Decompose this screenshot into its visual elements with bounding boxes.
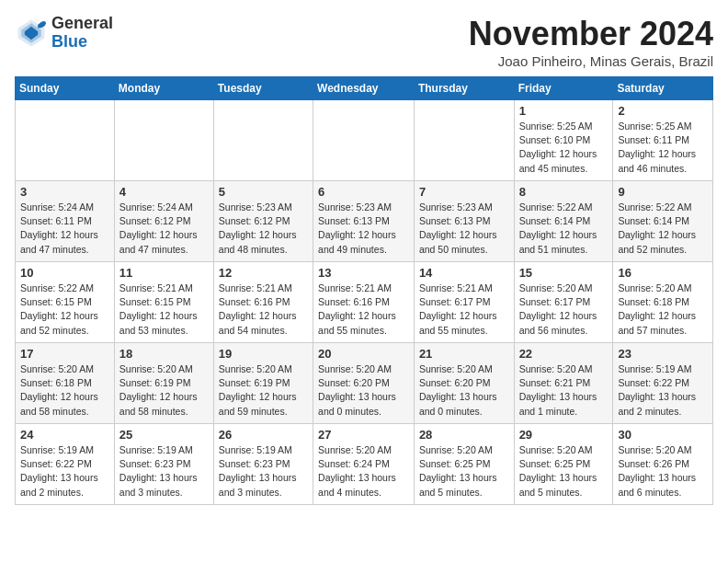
logo-text: General Blue: [51, 15, 113, 52]
day-number: 8: [519, 185, 609, 199]
day-info: Sunrise: 5:24 AM Sunset: 6:12 PM Dayligh…: [119, 201, 209, 257]
day-info: Sunrise: 5:20 AM Sunset: 6:18 PM Dayligh…: [618, 282, 708, 338]
day-info: Sunrise: 5:20 AM Sunset: 6:17 PM Dayligh…: [519, 282, 609, 338]
calendar-week-row: 10Sunrise: 5:22 AM Sunset: 6:15 PM Dayli…: [16, 262, 713, 343]
day-info: Sunrise: 5:22 AM Sunset: 6:15 PM Dayligh…: [20, 282, 109, 338]
logo-general: General: [51, 15, 113, 33]
day-info: Sunrise: 5:21 AM Sunset: 6:16 PM Dayligh…: [219, 282, 308, 338]
day-number: 11: [119, 266, 209, 280]
calendar-day-cell: [313, 100, 415, 181]
calendar-day-cell: 15Sunrise: 5:20 AM Sunset: 6:17 PM Dayli…: [514, 262, 613, 343]
day-info: Sunrise: 5:20 AM Sunset: 6:25 PM Dayligh…: [419, 443, 509, 500]
day-info: Sunrise: 5:20 AM Sunset: 6:24 PM Dayligh…: [318, 443, 409, 500]
day-number: 9: [618, 185, 708, 199]
day-number: 27: [318, 428, 409, 442]
weekday-header-cell: Thursday: [414, 77, 514, 100]
day-info: Sunrise: 5:19 AM Sunset: 6:22 PM Dayligh…: [20, 443, 109, 500]
day-number: 18: [119, 347, 209, 361]
day-info: Sunrise: 5:25 AM Sunset: 6:10 PM Dayligh…: [519, 120, 609, 176]
calendar-day-cell: 12Sunrise: 5:21 AM Sunset: 6:16 PM Dayli…: [213, 262, 313, 343]
calendar-week-row: 24Sunrise: 5:19 AM Sunset: 6:22 PM Dayli…: [16, 424, 713, 505]
calendar-day-cell: 29Sunrise: 5:20 AM Sunset: 6:25 PM Dayli…: [514, 424, 613, 505]
calendar-body: 1Sunrise: 5:25 AM Sunset: 6:10 PM Daylig…: [16, 100, 713, 505]
day-info: Sunrise: 5:23 AM Sunset: 6:13 PM Dayligh…: [318, 201, 409, 257]
weekday-header-row: SundayMondayTuesdayWednesdayThursdayFrid…: [16, 77, 713, 100]
location: Joao Pinheiro, Minas Gerais, Brazil: [469, 53, 713, 69]
calendar-day-cell: 10Sunrise: 5:22 AM Sunset: 6:15 PM Dayli…: [16, 262, 115, 343]
title-block: November 2024 Joao Pinheiro, Minas Gerai…: [469, 15, 713, 69]
calendar-day-cell: 18Sunrise: 5:20 AM Sunset: 6:19 PM Dayli…: [114, 343, 213, 424]
day-info: Sunrise: 5:19 AM Sunset: 6:23 PM Dayligh…: [219, 443, 308, 500]
day-info: Sunrise: 5:21 AM Sunset: 6:16 PM Dayligh…: [318, 282, 409, 338]
day-number: 3: [20, 185, 109, 199]
day-info: Sunrise: 5:20 AM Sunset: 6:18 PM Dayligh…: [20, 362, 109, 419]
calendar-day-cell: 21Sunrise: 5:20 AM Sunset: 6:20 PM Dayli…: [414, 343, 514, 424]
calendar-day-cell: 27Sunrise: 5:20 AM Sunset: 6:24 PM Dayli…: [313, 424, 415, 505]
day-number: 6: [318, 185, 409, 199]
calendar-day-cell: 24Sunrise: 5:19 AM Sunset: 6:22 PM Dayli…: [16, 424, 115, 505]
calendar-day-cell: 20Sunrise: 5:20 AM Sunset: 6:20 PM Dayli…: [313, 343, 415, 424]
calendar-day-cell: 13Sunrise: 5:21 AM Sunset: 6:16 PM Dayli…: [313, 262, 415, 343]
day-info: Sunrise: 5:21 AM Sunset: 6:17 PM Dayligh…: [419, 282, 509, 338]
day-number: 2: [618, 104, 708, 118]
calendar-day-cell: 28Sunrise: 5:20 AM Sunset: 6:25 PM Dayli…: [414, 424, 514, 505]
calendar-day-cell: 7Sunrise: 5:23 AM Sunset: 6:13 PM Daylig…: [414, 181, 514, 262]
weekday-header-cell: Wednesday: [313, 77, 415, 100]
calendar-day-cell: 4Sunrise: 5:24 AM Sunset: 6:12 PM Daylig…: [114, 181, 213, 262]
day-info: Sunrise: 5:20 AM Sunset: 6:19 PM Dayligh…: [219, 362, 308, 419]
day-info: Sunrise: 5:20 AM Sunset: 6:21 PM Dayligh…: [519, 362, 609, 419]
calendar-day-cell: 17Sunrise: 5:20 AM Sunset: 6:18 PM Dayli…: [16, 343, 115, 424]
day-info: Sunrise: 5:19 AM Sunset: 6:22 PM Dayligh…: [618, 362, 708, 419]
weekday-header-cell: Monday: [114, 77, 213, 100]
day-number: 17: [20, 347, 109, 361]
day-number: 25: [119, 428, 209, 442]
day-info: Sunrise: 5:25 AM Sunset: 6:11 PM Dayligh…: [618, 120, 708, 176]
calendar-day-cell: 5Sunrise: 5:23 AM Sunset: 6:12 PM Daylig…: [213, 181, 313, 262]
day-info: Sunrise: 5:22 AM Sunset: 6:14 PM Dayligh…: [618, 201, 708, 257]
day-number: 23: [618, 347, 708, 361]
calendar-day-cell: 14Sunrise: 5:21 AM Sunset: 6:17 PM Dayli…: [414, 262, 514, 343]
day-info: Sunrise: 5:20 AM Sunset: 6:19 PM Dayligh…: [119, 362, 209, 419]
day-number: 10: [20, 266, 109, 280]
day-number: 24: [20, 428, 109, 442]
weekday-header-cell: Saturday: [613, 77, 713, 100]
day-info: Sunrise: 5:23 AM Sunset: 6:12 PM Dayligh…: [219, 201, 308, 257]
calendar-day-cell: 1Sunrise: 5:25 AM Sunset: 6:10 PM Daylig…: [514, 100, 613, 181]
calendar-day-cell: 19Sunrise: 5:20 AM Sunset: 6:19 PM Dayli…: [213, 343, 313, 424]
day-number: 12: [219, 266, 308, 280]
page-header: General Blue November 2024 Joao Pinheiro…: [15, 15, 713, 69]
calendar-day-cell: 16Sunrise: 5:20 AM Sunset: 6:18 PM Dayli…: [613, 262, 713, 343]
day-number: 20: [318, 347, 409, 361]
calendar-day-cell: 25Sunrise: 5:19 AM Sunset: 6:23 PM Dayli…: [114, 424, 213, 505]
weekday-header-cell: Friday: [514, 77, 613, 100]
day-number: 4: [119, 185, 209, 199]
logo-blue: Blue: [51, 33, 113, 52]
day-number: 26: [219, 428, 308, 442]
day-info: Sunrise: 5:24 AM Sunset: 6:11 PM Dayligh…: [20, 201, 109, 257]
day-info: Sunrise: 5:19 AM Sunset: 6:23 PM Dayligh…: [119, 443, 209, 500]
day-number: 5: [219, 185, 308, 199]
weekday-header-cell: Sunday: [16, 77, 115, 100]
day-number: 14: [419, 266, 509, 280]
calendar-day-cell: [114, 100, 213, 181]
day-info: Sunrise: 5:22 AM Sunset: 6:14 PM Dayligh…: [519, 201, 609, 257]
weekday-header-cell: Tuesday: [213, 77, 313, 100]
day-number: 19: [219, 347, 308, 361]
calendar-day-cell: 3Sunrise: 5:24 AM Sunset: 6:11 PM Daylig…: [16, 181, 115, 262]
calendar-day-cell: 2Sunrise: 5:25 AM Sunset: 6:11 PM Daylig…: [613, 100, 713, 181]
day-number: 16: [618, 266, 708, 280]
day-number: 29: [519, 428, 609, 442]
calendar-day-cell: [213, 100, 313, 181]
calendar-day-cell: 23Sunrise: 5:19 AM Sunset: 6:22 PM Dayli…: [613, 343, 713, 424]
calendar-day-cell: 22Sunrise: 5:20 AM Sunset: 6:21 PM Dayli…: [514, 343, 613, 424]
calendar-day-cell: 30Sunrise: 5:20 AM Sunset: 6:26 PM Dayli…: [613, 424, 713, 505]
day-number: 1: [519, 104, 609, 118]
calendar-table: SundayMondayTuesdayWednesdayThursdayFrid…: [15, 76, 713, 505]
day-number: 30: [618, 428, 708, 442]
calendar-day-cell: 26Sunrise: 5:19 AM Sunset: 6:23 PM Dayli…: [213, 424, 313, 505]
logo-icon: [15, 17, 48, 50]
day-number: 13: [318, 266, 409, 280]
calendar-week-row: 17Sunrise: 5:20 AM Sunset: 6:18 PM Dayli…: [16, 343, 713, 424]
calendar-day-cell: 6Sunrise: 5:23 AM Sunset: 6:13 PM Daylig…: [313, 181, 415, 262]
day-info: Sunrise: 5:20 AM Sunset: 6:20 PM Dayligh…: [318, 362, 409, 419]
